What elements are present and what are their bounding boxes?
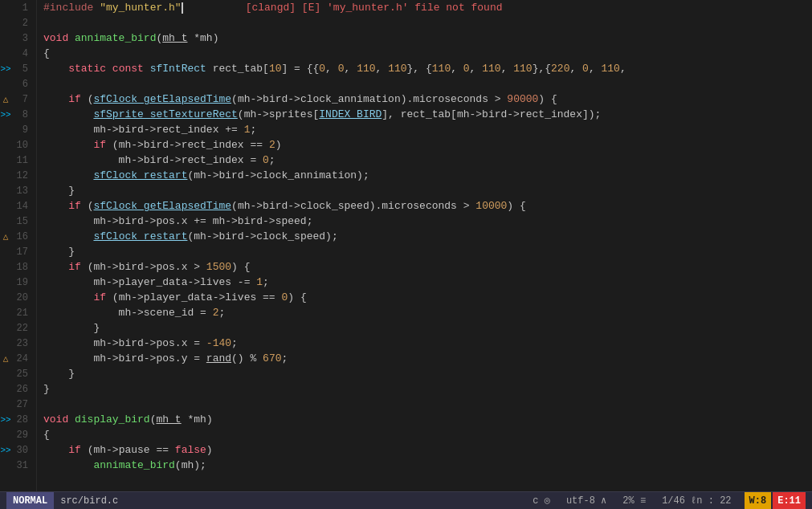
gutter-row-31: 31: [0, 458, 33, 473]
code-line-22: }: [37, 320, 812, 336]
gutter-row-12: 12: [0, 168, 33, 183]
gutter-ind-28: >>: [0, 415, 11, 425]
linenum-29: 29: [14, 430, 28, 441]
gutter-ind-16: △: [0, 231, 11, 242]
code-token: 0: [463, 61, 470, 76]
linenum-22: 22: [14, 323, 28, 334]
code-token: #include: [43, 0, 100, 15]
linenum-6: 6: [14, 79, 28, 90]
code-token: 670: [263, 351, 281, 366]
code-token: ,: [569, 61, 582, 76]
code-token: *mh): [182, 412, 213, 427]
linenum-26: 26: [14, 384, 28, 395]
code-token: 90000: [507, 92, 538, 107]
code-token: 220: [551, 61, 569, 76]
code-token: ) {: [538, 92, 557, 107]
code-lines[interactable]: #include "my_hunter.h" [clangd] [E] 'my_…: [37, 0, 812, 491]
status-section-c: c ◎: [532, 495, 550, 507]
gutter-row-13: 13: [0, 183, 33, 198]
gutter-ind-5: >>: [0, 64, 11, 74]
linenum-9: 9: [14, 124, 28, 136]
linenum-30: 30: [14, 445, 28, 456]
code-token: ;: [263, 275, 269, 290]
code-line-21: mh->scene_id = 2;: [37, 305, 812, 320]
status-position: 1/46 ℓn : 22: [662, 495, 731, 507]
code-token: (mh->bird->clock_speed).microseconds >: [231, 198, 475, 214]
gutter-row-21: 21: [0, 305, 33, 320]
code-token: ): [275, 137, 282, 153]
status-file: src/bird.c: [60, 495, 118, 507]
linenum-14: 14: [14, 201, 28, 212]
linenum-23: 23: [14, 338, 28, 349]
code-token: (mh->bird->clock_annimation).microsecond…: [231, 92, 507, 107]
code-token: ] = {{: [281, 61, 319, 76]
code-line-11: mh->bird->rect_index = 0;: [37, 153, 812, 168]
code-token: annimate_bird: [75, 31, 156, 46]
gutter-row-14: 14: [0, 198, 33, 214]
code-token: rand: [206, 351, 231, 366]
code-token: 110: [601, 61, 619, 76]
code-token: INDEX_BIRD: [319, 107, 382, 122]
linenum-11: 11: [14, 155, 28, 166]
code-token: sfClock_getElapsedTime: [93, 92, 231, 107]
code-token: ) {: [288, 290, 306, 305]
code-token: false: [175, 442, 206, 458]
code-token: ,: [376, 61, 389, 76]
code-token: },{: [532, 61, 551, 76]
code-line-19: mh->player_data->lives -= 1;: [37, 275, 812, 290]
linenum-25: 25: [14, 369, 28, 380]
gutter-row-30: >> 30: [0, 442, 33, 458]
code-token: }: [43, 183, 75, 198]
gutter-ind-24: △: [0, 353, 11, 364]
code-token: [43, 229, 93, 244]
code-token: sfSprite_setTextureRect: [93, 107, 237, 122]
linenum-1: 1: [14, 2, 28, 14]
statusbar: NORMAL src/bird.c c ◎ utf-8 ∧ 2% ≡ 1/46 …: [0, 491, 812, 509]
code-token: ;: [250, 122, 256, 137]
code-line-16: sfClock_restart(mh->bird->clock_speed);: [37, 229, 812, 244]
code-line-4: {: [37, 46, 812, 61]
code-line-7: if (sfClock_getElapsedTime(mh->bird->clo…: [37, 92, 812, 107]
code-token: (mh->pause ==: [88, 442, 175, 458]
code-token: }: [43, 366, 75, 381]
gutter: 1 2 3 4 >> 5 6 △: [0, 0, 37, 491]
code-token: mh->player_data->lives -=: [43, 275, 256, 290]
code-token: (mh->player_data->lives ==: [112, 290, 282, 305]
code-token: 2: [269, 137, 275, 153]
code-token: void: [43, 412, 75, 427]
code-line-12: sfClock_restart(mh->bird->clock_annimati…: [37, 168, 812, 183]
code-token: sfClock_restart: [93, 168, 187, 183]
gutter-row-22: 22: [0, 320, 33, 336]
gutter-ind-30: >>: [0, 446, 11, 455]
code-token: if: [93, 290, 112, 305]
code-token: sfClock_restart: [93, 229, 187, 244]
code-token: ;: [231, 336, 238, 351]
gutter-row-24: △ 24: [0, 351, 33, 366]
code-token: ,: [451, 61, 463, 76]
linenum-13: 13: [14, 185, 28, 197]
code-line-5: static const sfIntRect rect_tab[10] = {{…: [37, 61, 812, 76]
gutter-row-29: 29: [0, 427, 33, 442]
gutter-row-27: 27: [0, 397, 33, 412]
code-token: if: [68, 442, 87, 458]
code-token: 110: [388, 61, 406, 76]
linenum-16: 16: [14, 231, 28, 242]
code-token: [43, 107, 93, 122]
code-line-24: mh->bird->pos.y = rand() % 670;: [37, 351, 812, 366]
linenum-20: 20: [14, 292, 28, 303]
linenum-7: 7: [14, 94, 28, 105]
code-line-2: [37, 15, 812, 31]
linenum-28: 28: [14, 414, 28, 426]
code-token: [43, 442, 68, 458]
code-token: -140: [206, 336, 231, 351]
code-token: ,: [345, 61, 357, 76]
code-token: [43, 290, 93, 305]
code-line-1: #include "my_hunter.h" [clangd] [E] 'my_…: [37, 0, 812, 15]
gutter-row-11: 11: [0, 153, 33, 168]
code-token: mh->bird->pos.x += mh->bird->speed;: [43, 214, 312, 229]
gutter-row-8: >> 8: [0, 107, 33, 122]
gutter-row-10: 10: [0, 137, 33, 153]
error-message: [clangd] [E] 'my_hunter.h' file not foun…: [183, 0, 503, 15]
code-token: ,: [620, 61, 626, 76]
code-line-30: if (mh->pause == false): [37, 442, 812, 458]
